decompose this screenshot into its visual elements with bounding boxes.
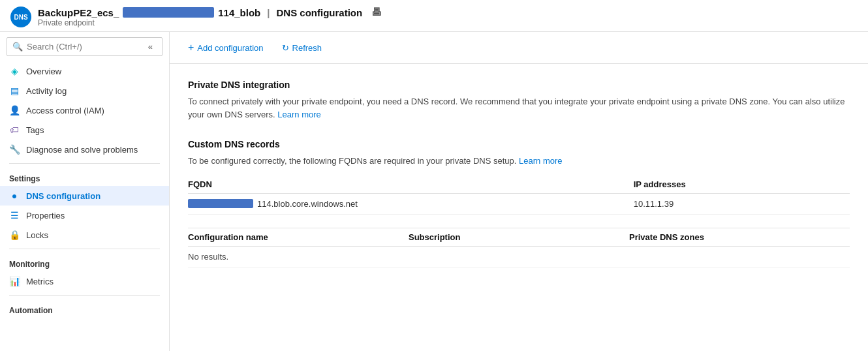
refresh-label: Refresh <box>292 43 322 53</box>
sidebar: 🔍 « ◈ Overview ▤ Activity log 👤 Access c… <box>0 32 170 351</box>
fqdn-suffix: 114.blob.core.windows.net <box>257 199 358 209</box>
title-separator: | <box>267 7 270 18</box>
resource-avatar: DNS <box>10 7 31 27</box>
toolbar: + Add configuration ↻ Refresh <box>170 32 868 64</box>
custom-dns-learn-more[interactable]: Learn more <box>519 156 562 166</box>
overview-icon: ◈ <box>9 66 20 76</box>
refresh-button[interactable]: ↻ Refresh <box>274 40 330 56</box>
config-table-header: Configuration name Subscription Private … <box>188 228 850 247</box>
col-header-fqdn: FQDN <box>188 179 621 189</box>
monitoring-divider <box>9 249 160 249</box>
add-icon: + <box>188 42 194 53</box>
add-configuration-button[interactable]: + Add configuration <box>180 38 271 57</box>
settings-section-label: Settings <box>0 168 169 186</box>
metrics-icon: 📊 <box>9 276 20 286</box>
avatar-label: DNS <box>14 14 27 21</box>
col-header-ip: IP addresses <box>621 179 850 189</box>
main-content: + Add configuration ↻ Refresh Private DN… <box>170 32 868 351</box>
sidebar-item-label: DNS configuration <box>26 191 101 201</box>
sidebar-item-locks[interactable]: 🔒 Locks <box>0 225 169 245</box>
refresh-icon: ↻ <box>282 43 289 53</box>
monitoring-section-label: Monitoring <box>0 253 169 271</box>
dns-config-title: DNS configuration <box>276 7 362 18</box>
header-title-block: BackupPE2_ecs_114_blob | DNS configurati… <box>38 7 382 27</box>
automation-divider <box>9 295 160 296</box>
page-header: DNS BackupPE2_ecs_114_blob | DNS configu… <box>0 0 868 32</box>
search-icon: 🔍 <box>12 42 23 52</box>
private-dns-section: Private DNS integration To connect priva… <box>188 80 850 121</box>
search-box[interactable]: 🔍 « <box>7 37 163 56</box>
content-body: Private DNS integration To connect priva… <box>170 64 868 351</box>
page-title-row: BackupPE2_ecs_114_blob | DNS configurati… <box>38 7 382 18</box>
diagnose-icon: 🔧 <box>9 144 20 155</box>
title-prefix: BackupPE2_ecs_ <box>38 7 119 18</box>
custom-dns-section: Custom DNS records To be configured corr… <box>188 139 850 267</box>
search-input[interactable] <box>27 42 140 52</box>
fqdn-cell: 114.blob.core.windows.net <box>188 199 621 209</box>
config-table: Configuration name Subscription Private … <box>188 228 850 267</box>
sidebar-item-metrics[interactable]: 📊 Metrics <box>0 271 169 291</box>
activity-log-icon: ▤ <box>9 85 20 96</box>
sidebar-item-tags[interactable]: 🏷 Tags <box>0 120 169 140</box>
tags-icon: 🏷 <box>9 125 20 135</box>
sidebar-item-activity-log[interactable]: ▤ Activity log <box>0 81 169 100</box>
sidebar-item-label: Activity log <box>26 86 67 96</box>
title-redacted <box>123 7 214 18</box>
private-dns-title: Private DNS integration <box>188 80 850 90</box>
private-dns-description: To connect privately with your private e… <box>188 95 850 121</box>
table-row: 114.blob.core.windows.net 10.11.1.39 <box>188 194 850 215</box>
properties-icon: ☰ <box>9 210 20 221</box>
col-header-dns-zones: Private DNS zones <box>629 232 850 242</box>
title-suffix: 114_blob <box>218 7 260 18</box>
sidebar-item-label: Overview <box>26 67 61 76</box>
config-no-results: No results. <box>188 247 850 267</box>
sidebar-item-access-control[interactable]: 👤 Access control (IAM) <box>0 100 169 120</box>
dns-config-icon: ● <box>9 191 20 201</box>
fqdn-table: FQDN IP addresses 114.blob.core.windows.… <box>188 176 850 215</box>
automation-section-label: Automation <box>0 299 169 318</box>
access-control-icon: 👤 <box>9 105 20 115</box>
sidebar-item-label: Metrics <box>26 277 54 286</box>
print-icon[interactable]: 🖶 <box>371 7 382 18</box>
fqdn-table-header: FQDN IP addresses <box>188 176 850 194</box>
sidebar-item-label: Access control (IAM) <box>26 106 104 115</box>
ip-cell: 10.11.1.39 <box>621 199 850 209</box>
private-dns-learn-more[interactable]: Learn more <box>277 110 320 119</box>
settings-divider <box>9 163 160 164</box>
sidebar-item-dns-configuration[interactable]: ● DNS configuration <box>0 186 169 206</box>
fqdn-redacted <box>188 199 253 208</box>
sidebar-item-label: Locks <box>26 230 48 240</box>
resource-subtitle: Private endpoint <box>38 18 382 27</box>
sidebar-item-diagnose[interactable]: 🔧 Diagnose and solve problems <box>0 140 169 159</box>
add-configuration-label: Add configuration <box>197 43 263 53</box>
col-header-config-name: Configuration name <box>188 232 409 242</box>
sidebar-item-overview[interactable]: ◈ Overview <box>0 61 169 81</box>
sidebar-item-properties[interactable]: ☰ Properties <box>0 206 169 225</box>
main-layout: 🔍 « ◈ Overview ▤ Activity log 👤 Access c… <box>0 32 868 351</box>
locks-icon: 🔒 <box>9 230 20 240</box>
sidebar-item-label: Properties <box>26 211 65 221</box>
col-header-subscription: Subscription <box>409 232 629 242</box>
sidebar-item-label: Tags <box>26 125 44 135</box>
custom-dns-description: To be configured correctly, the followin… <box>188 155 850 168</box>
custom-dns-title: Custom DNS records <box>188 139 850 149</box>
collapse-button[interactable]: « <box>144 40 157 53</box>
sidebar-item-label: Diagnose and solve problems <box>26 145 138 155</box>
